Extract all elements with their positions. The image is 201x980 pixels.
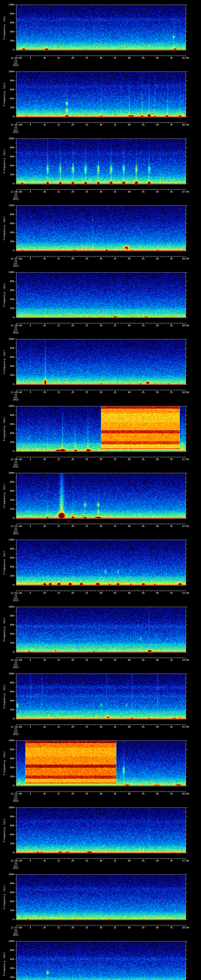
x-axis-tick-label: 30 — [99, 458, 102, 461]
x-minor-tick-mark — [132, 457, 132, 458]
x-minor-tick-mark — [56, 725, 56, 725]
x-axis-tick-label: 25 — [85, 859, 88, 862]
x-minor-tick-mark — [109, 524, 110, 525]
x-minor-tick-mark — [123, 925, 124, 926]
plot-frame — [16, 540, 186, 585]
x-minor-tick-mark — [123, 390, 124, 391]
x-minor-tick-mark — [112, 591, 112, 592]
x-axis-tick-label: 35 — [114, 124, 116, 126]
x-minor-tick-mark — [121, 256, 121, 257]
x-minor-tick-mark — [183, 189, 183, 191]
x-axis-tick-label: 10 — [43, 324, 46, 327]
date-line-year: 2015 — [13, 867, 19, 869]
y-axis-tick-label: 0 — [5, 584, 14, 586]
y-minor-tick-mark — [186, 504, 187, 505]
plot-frame — [16, 607, 186, 652]
y-axis-tick-label: 600 — [5, 289, 14, 292]
y-minor-tick-mark — [186, 629, 187, 630]
x-axis-tick-label: 45 — [142, 725, 145, 728]
y-tick-mark — [186, 959, 188, 959]
x-minor-tick-mark — [183, 725, 183, 725]
y-axis-tick-label: 800 — [5, 748, 14, 751]
x-axis-tick-label: 5 — [30, 458, 31, 461]
x-minor-tick-mark — [177, 457, 177, 458]
x-minor-tick-mark — [61, 390, 62, 391]
y-minor-tick-mark — [15, 219, 16, 219]
y-minor-tick-mark — [186, 143, 187, 143]
x-minor-tick-mark — [123, 256, 124, 257]
x-axis-tick-label: 50 — [156, 124, 159, 126]
y-axis-tick-label: 600 — [5, 423, 14, 425]
x-axis-tick-label: 20 — [71, 324, 74, 327]
y-axis-tick-label: 400 — [5, 565, 14, 568]
x-axis-tick-label: 10 — [43, 725, 46, 728]
x-minor-tick-mark — [41, 591, 42, 592]
y-axis-tick-label: 800 — [5, 882, 14, 885]
x-minor-tick-mark — [137, 658, 138, 659]
x-minor-tick-mark — [95, 859, 96, 859]
x-minor-tick-mark — [95, 390, 96, 391]
x-axis-tick-label: 40 — [128, 525, 130, 528]
y-tick-mark — [186, 175, 188, 175]
y-minor-tick-mark — [15, 745, 16, 745]
y-axis-tick-label: 400 — [5, 231, 14, 234]
y-axis-tick-label: 400 — [5, 900, 14, 903]
x-minor-tick-mark — [27, 859, 28, 859]
x-minor-tick-mark — [177, 725, 177, 725]
y-tick-mark — [186, 223, 188, 224]
x-minor-tick-mark — [95, 123, 96, 124]
x-tick-mark — [185, 658, 186, 660]
y-axis-tick-label: 1000 — [5, 405, 14, 407]
x-minor-tick-mark — [180, 256, 180, 257]
x-minor-tick-mark — [39, 457, 39, 458]
x-minor-tick-mark — [53, 189, 53, 191]
x-axis-tick-label: 55 — [170, 124, 173, 126]
spectrogram-canvas — [16, 205, 186, 251]
x-minor-tick-mark — [53, 123, 53, 124]
x-minor-tick-mark — [166, 56, 166, 57]
x-axis-tick-label: 10 — [43, 391, 46, 394]
x-axis-tick-label: 35 — [114, 592, 116, 595]
x-minor-tick-mark — [177, 791, 177, 792]
y-axis-tick-label: 0 — [5, 48, 14, 51]
x-minor-tick-mark — [132, 189, 132, 191]
x-minor-tick-mark — [137, 56, 138, 57]
x-minor-tick-mark — [137, 457, 138, 458]
x-minor-tick-mark — [137, 791, 138, 792]
x-minor-tick-mark — [177, 323, 177, 324]
x-minor-tick-mark — [50, 390, 50, 391]
x-tick-mark — [185, 725, 186, 726]
x-axis-tick-label: 35 — [114, 659, 116, 662]
x-tick-mark — [185, 390, 186, 392]
x-minor-tick-mark — [118, 56, 118, 57]
x-axis-tick-label: 10 — [43, 458, 46, 461]
x-axis-tick-label: 55 — [170, 257, 173, 260]
y-axis-tick-label: 200 — [5, 842, 14, 845]
y-axis-tick-label: 600 — [5, 356, 14, 358]
y-minor-tick-mark — [186, 410, 187, 411]
x-axis-tick-label: 35 — [114, 191, 116, 193]
x-minor-tick-mark — [104, 925, 104, 926]
y-tick-mark — [186, 692, 188, 692]
x-minor-tick-mark — [95, 524, 96, 525]
x-tick-mark — [185, 859, 186, 860]
y-minor-tick-mark — [15, 228, 16, 228]
x-axis-tick-label: 20 — [71, 124, 74, 126]
x-axis-tick-label: 15 — [57, 124, 60, 126]
x-minor-tick-mark — [56, 658, 56, 659]
x-minor-tick-mark — [61, 56, 62, 57]
x-minor-tick-mark — [166, 123, 166, 124]
y-minor-tick-mark — [186, 94, 187, 94]
x-minor-tick-mark — [41, 925, 42, 926]
x-minor-tick-mark — [180, 791, 180, 792]
x-axis-tick-label: 25 — [85, 458, 88, 461]
x-minor-tick-mark — [183, 658, 183, 659]
x-minor-tick-mark — [47, 189, 48, 191]
x-minor-tick-mark — [95, 56, 96, 57]
x-minor-tick-mark — [183, 791, 183, 792]
x-minor-tick-mark — [39, 925, 39, 926]
y-minor-tick-mark — [15, 562, 16, 563]
x-axis-tick-label: 55 — [170, 725, 173, 728]
x-axis-tick-label: 40 — [128, 257, 130, 260]
x-minor-tick-mark — [67, 123, 67, 124]
